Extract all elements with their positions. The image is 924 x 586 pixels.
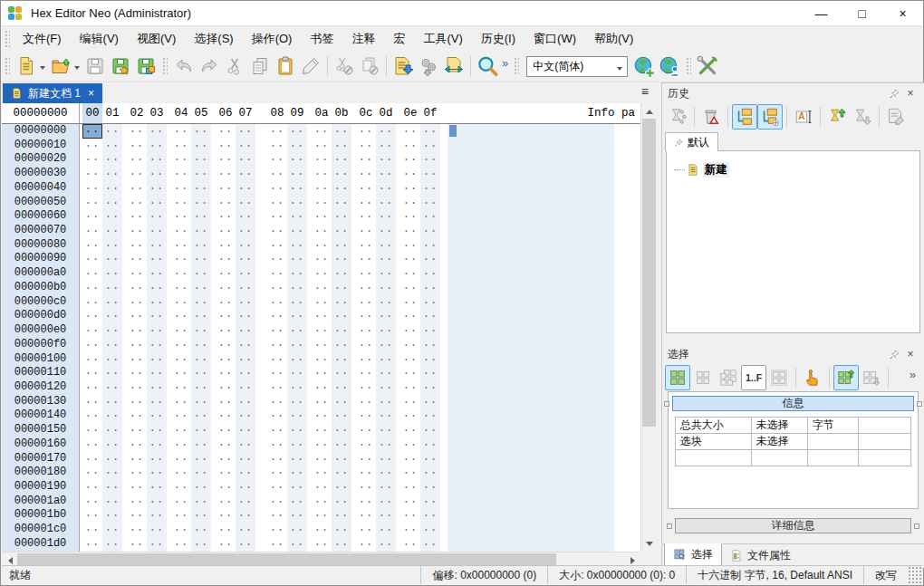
hex-byte-cell[interactable]: .. — [216, 323, 236, 338]
hex-byte-cell[interactable]: .. — [171, 352, 191, 367]
hex-byte-cell[interactable]: .. — [287, 537, 307, 552]
hex-byte-cell[interactable]: .. — [420, 181, 440, 196]
hex-byte-cell[interactable]: .. — [312, 423, 332, 437]
process-button[interactable] — [416, 53, 441, 79]
hex-byte-cell[interactable]: .. — [287, 181, 307, 196]
hex-byte-cell[interactable]: .. — [420, 323, 440, 338]
menu-item[interactable]: 视图(V) — [128, 26, 185, 51]
hex-byte-cell[interactable]: .. — [147, 423, 167, 437]
hex-byte-cell[interactable]: .. — [82, 266, 102, 281]
hex-byte-cell[interactable]: .. — [216, 495, 236, 509]
hex-byte-cell[interactable]: .. — [356, 181, 376, 196]
save-selection-button[interactable] — [766, 365, 792, 390]
hex-byte-cell[interactable]: .. — [82, 309, 102, 323]
hex-byte-cell[interactable]: .. — [102, 224, 122, 238]
hex-byte-cell[interactable]: .. — [400, 537, 420, 552]
hex-byte-cell[interactable]: .. — [356, 139, 376, 153]
hex-byte-cell[interactable]: .. — [312, 209, 332, 224]
hex-byte-cell[interactable]: .. — [102, 352, 122, 367]
hex-byte-cell[interactable]: .. — [236, 181, 255, 196]
hex-byte-cell[interactable]: .. — [236, 395, 255, 409]
hex-byte-cell[interactable]: .. — [171, 338, 191, 352]
hex-byte-cell[interactable]: .. — [267, 323, 287, 338]
hex-byte-cell[interactable]: .. — [127, 423, 147, 437]
hex-byte-cell[interactable]: .. — [191, 537, 211, 552]
hex-byte-cell[interactable]: .. — [332, 380, 351, 395]
hex-byte-cell[interactable]: .. — [332, 281, 351, 295]
hex-byte-cell[interactable]: .. — [171, 480, 191, 495]
hex-byte-cell[interactable]: .. — [127, 408, 147, 423]
hex-byte-cell[interactable]: .. — [332, 495, 351, 509]
hex-byte-cell[interactable]: .. — [356, 395, 376, 409]
hex-byte-cell[interactable]: .. — [171, 295, 191, 310]
hex-byte-cell[interactable]: .. — [400, 167, 420, 181]
ascii-column[interactable] — [448, 181, 614, 196]
hex-byte-cell[interactable]: .. — [82, 224, 102, 238]
hex-byte-cell[interactable]: .. — [312, 508, 332, 523]
hex-byte-cell[interactable]: .. — [287, 196, 307, 210]
menu-item[interactable]: 注释 — [342, 26, 384, 51]
hex-byte-cell[interactable]: .. — [191, 124, 211, 139]
hex-byte-cell[interactable]: .. — [312, 238, 332, 253]
ascii-column[interactable] — [448, 395, 614, 409]
hex-byte-cell[interactable]: .. — [82, 338, 102, 352]
hex-byte-cell[interactable]: .. — [82, 466, 102, 480]
hex-byte-cell[interactable]: .. — [287, 452, 307, 466]
hex-byte-cell[interactable]: .. — [376, 238, 396, 253]
hex-byte-cell[interactable]: .. — [267, 408, 287, 423]
hex-byte-cell[interactable]: .. — [171, 408, 191, 423]
hex-byte-cell[interactable]: .. — [356, 295, 376, 310]
hex-byte-cell[interactable]: .. — [332, 309, 351, 323]
hex-byte-cell[interactable]: .. — [171, 395, 191, 409]
hex-byte-cell[interactable]: .. — [191, 423, 211, 437]
hex-byte-cell[interactable]: .. — [147, 352, 167, 367]
hex-byte-cell[interactable]: .. — [216, 395, 236, 409]
hex-byte-cell[interactable]: .. — [127, 152, 147, 167]
hex-byte-cell[interactable]: .. — [191, 380, 211, 395]
hex-byte-cell[interactable]: .. — [420, 238, 440, 253]
hex-byte-cell[interactable]: .. — [216, 124, 236, 139]
hex-byte-cell[interactable]: .. — [171, 423, 191, 437]
hex-byte-cell[interactable]: .. — [82, 508, 102, 523]
hex-byte-cell[interactable]: .. — [102, 281, 122, 295]
ascii-column[interactable] — [448, 366, 614, 380]
menu-item[interactable]: 工具(V) — [414, 26, 471, 51]
hex-byte-cell[interactable]: .. — [171, 537, 191, 552]
hex-byte-cell[interactable]: .. — [312, 466, 332, 480]
hex-byte-cell[interactable]: .. — [216, 366, 236, 380]
ascii-column[interactable] — [448, 252, 614, 266]
hex-byte-cell[interactable]: .. — [356, 209, 376, 224]
hex-byte-cell[interactable]: .. — [82, 139, 102, 153]
hex-byte-cell[interactable]: .. — [312, 266, 332, 281]
hex-byte-cell[interactable]: .. — [287, 338, 307, 352]
hex-byte-cell[interactable]: .. — [376, 523, 396, 537]
hex-byte-cell[interactable]: .. — [400, 523, 420, 537]
hex-byte-cell[interactable]: .. — [147, 224, 167, 238]
hex-byte-cell[interactable]: .. — [376, 366, 396, 380]
tab-close-icon[interactable]: × — [88, 87, 94, 100]
hex-byte-cell[interactable]: .. — [216, 380, 236, 395]
hex-byte-cell[interactable]: .. — [376, 181, 396, 196]
hex-byte-cell[interactable]: .. — [82, 252, 102, 266]
hex-byte-cell[interactable]: .. — [102, 209, 122, 224]
hex-byte-cell[interactable]: .. — [102, 124, 122, 139]
hex-byte-cell[interactable]: .. — [267, 181, 287, 196]
add-language-button[interactable] — [631, 53, 657, 79]
hex-byte-cell[interactable]: .. — [82, 281, 102, 295]
tab-list-icon[interactable]: ≡ — [641, 84, 649, 99]
hex-byte-cell[interactable]: .. — [420, 495, 440, 509]
hex-byte-cell[interactable]: .. — [236, 380, 255, 395]
hex-byte-cell[interactable]: .. — [216, 152, 236, 167]
hex-byte-cell[interactable]: .. — [171, 437, 191, 452]
hex-byte-cell[interactable]: .. — [147, 252, 167, 266]
hex-byte-cell[interactable]: .. — [82, 537, 102, 552]
hex-byte-cell[interactable]: .. — [376, 466, 396, 480]
hex-byte-cell[interactable]: .. — [236, 338, 255, 352]
resize-grip[interactable] — [908, 566, 922, 584]
hex-byte-cell[interactable]: .. — [312, 224, 332, 238]
hex-byte-cell[interactable]: .. — [216, 252, 236, 266]
hex-byte-cell[interactable]: .. — [171, 124, 191, 139]
tab-selection[interactable]: 选择 — [664, 543, 722, 566]
hex-byte-cell[interactable]: .. — [236, 209, 255, 224]
hex-byte-cell[interactable]: .. — [216, 537, 236, 552]
